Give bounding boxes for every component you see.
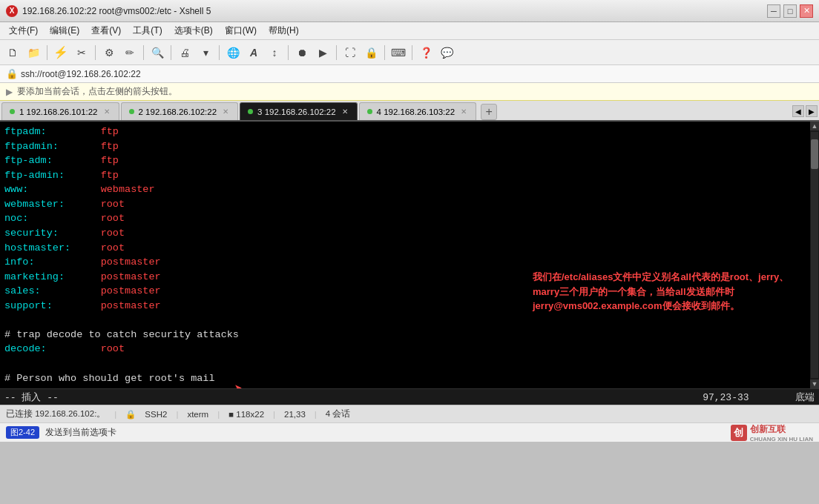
tab-label-3: 3 192.168.26.102:22 <box>257 107 336 116</box>
term-comment2: # Person who should get root's mail <box>4 371 806 386</box>
vim-mode: -- 插入 -- <box>4 391 59 404</box>
tab-3[interactable]: 3 192.168.26.102:22 ✕ <box>240 102 358 120</box>
tab-2[interactable]: 2 192.168.26.102:22 ✕ <box>121 102 239 120</box>
tb-chat[interactable]: 💬 <box>437 43 456 62</box>
tab-dot-3 <box>248 109 253 114</box>
menu-tabs[interactable]: 选项卡(B) <box>168 23 219 39</box>
tb-sep9 <box>412 45 412 60</box>
tb-arrow[interactable]: ↕ <box>265 43 284 62</box>
tb-find[interactable]: 🔍 <box>148 43 167 62</box>
tab-dot-1 <box>10 109 15 114</box>
menu-view[interactable]: 查看(V) <box>85 23 127 39</box>
window-controls: ─ □ ✕ <box>767 4 813 18</box>
scroll-up[interactable]: ▲ <box>810 122 819 130</box>
term-line-security: security: root <box>4 226 806 241</box>
tabs-next[interactable]: ▶ <box>806 105 818 117</box>
maximize-button[interactable]: □ <box>783 4 797 18</box>
menu-help[interactable]: 帮助(H) <box>263 23 305 39</box>
tb-sep6 <box>288 45 289 60</box>
tab-dot-2 <box>129 109 134 114</box>
term-line-ftpadmin: ftpadmin: ftp <box>4 139 806 154</box>
menu-edit[interactable]: 编辑(E) <box>44 23 85 39</box>
term-line-noc: noc: root <box>4 211 806 226</box>
tb-font[interactable]: A <box>244 43 263 62</box>
term-comment3: #root: marc <box>4 385 806 388</box>
arrow-icon: ▶ <box>6 87 13 97</box>
vertical-scrollbar[interactable]: ▲ ▼ <box>810 122 819 388</box>
title-text: 192.168.26.102:22 root@vms002:/etc - Xsh… <box>22 6 767 16</box>
address-bar: 🔒 ssh://root@192.168.26.102:22 <box>0 65 819 83</box>
tb-globe[interactable]: 🌐 <box>223 43 243 62</box>
term-decode: decode: root <box>4 342 806 357</box>
tabs-prev[interactable]: ◀ <box>792 105 804 117</box>
vim-status-bar: -- 插入 -- 97,23-33 底端 <box>0 388 819 405</box>
info-text: 要添加当前会话，点击左侧的箭头按钮。 <box>17 85 177 98</box>
annotation-box: 我们在/etc/aliases文件中定义别名all代表的是root、jerry、… <box>533 270 800 314</box>
sep2: | <box>176 410 178 419</box>
label-bar: 图2-42 发送到当前选项卡 创 创新互联 CHUANG XIN HU LIAN <box>0 422 819 442</box>
tab-close-4[interactable]: ✕ <box>459 107 468 116</box>
tb-sep5 <box>219 45 220 60</box>
tb-connect[interactable]: ⚡ <box>51 43 70 62</box>
label-text: 发送到当前选项卡 <box>45 427 116 438</box>
title-bar: X 192.168.26.102:22 root@vms002:/etc - X… <box>0 0 819 22</box>
terminal-content: ftpadm: ftp ftpadmin: ftp ftp-adm: ftp f… <box>0 122 810 388</box>
brand-logo: 创 创新互联 CHUANG XIN HU LIAN <box>731 423 813 442</box>
tabs-nav: ◀ ▶ <box>792 105 818 120</box>
menu-tools[interactable]: 工具(T) <box>127 23 168 39</box>
terminal[interactable]: ftpadm: ftp ftpadmin: ftp ftp-adm: ftp f… <box>0 122 810 388</box>
tb-play[interactable]: ▶ <box>313 43 332 62</box>
tb-help[interactable]: ❓ <box>416 43 435 62</box>
status-sessions: 4 会话 <box>326 408 351 420</box>
sep3: | <box>217 410 220 419</box>
scroll-down[interactable]: ▼ <box>810 379 819 388</box>
tb-lock[interactable]: 🔒 <box>361 43 381 62</box>
tab-1[interactable]: 1 192.168.26.101:22 ✕ <box>1 102 119 120</box>
tab-label-1: 1 192.168.26.101:22 <box>19 107 98 116</box>
info-bar: ▶ 要添加当前会话，点击左侧的箭头按钮。 <box>0 83 819 101</box>
tabs-bar: 1 192.168.26.101:22 ✕ 2 192.168.26.102:2… <box>0 101 819 122</box>
menu-window[interactable]: 窗口(W) <box>219 23 263 39</box>
tb-key[interactable]: ⌨ <box>389 43 408 62</box>
terminal-area: ftpadm: ftp ftpadmin: ftp ftp-adm: ftp f… <box>0 122 819 388</box>
tb-sep8 <box>384 45 385 60</box>
menu-file[interactable]: 文件(F) <box>3 23 44 39</box>
tab-label-2: 2 192.168.26.102:22 <box>139 107 217 116</box>
term-line-webmaster: webmaster: root <box>4 197 806 212</box>
close-button[interactable]: ✕ <box>800 4 813 18</box>
term-line-ftpadm: ftpadm: ftp <box>4 125 806 139</box>
vim-position: 97,23-33 底端 <box>703 391 815 404</box>
tab-close-2[interactable]: ✕ <box>221 107 230 116</box>
tb-sep7 <box>336 45 337 60</box>
tab-dot-4 <box>367 109 372 114</box>
logo-icon: 创 <box>731 425 747 441</box>
tb-print[interactable]: 🖨 <box>175 43 194 62</box>
tab-4[interactable]: 4 192.168.26.103:22 ✕ <box>359 102 477 120</box>
sep5: | <box>315 410 317 419</box>
logo-text: 创新互联 CHUANG XIN HU LIAN <box>750 423 813 442</box>
tb-disconnect[interactable]: ✂ <box>72 43 91 62</box>
tb-compose[interactable]: ✏ <box>120 43 139 62</box>
annotation-arrow-icon: ➤ <box>234 379 243 388</box>
term-line-hostmaster: hostmaster: root <box>4 241 806 256</box>
tb-fullscreen[interactable]: ⛶ <box>341 43 360 62</box>
term-blank1 <box>4 313 806 328</box>
tb-record[interactable]: ⏺ <box>292 43 312 62</box>
sep1: | <box>114 410 116 419</box>
term-comment1: # trap decode to catch security attacks <box>4 328 806 342</box>
status-lock-icon: 🔒 <box>125 409 136 420</box>
tb-new[interactable]: 🗋 <box>3 43 22 62</box>
status-size: ■ 118x22 <box>228 410 264 419</box>
minimize-button[interactable]: ─ <box>767 4 780 18</box>
term-line-info: info: postmaster <box>4 255 806 270</box>
tb-settings[interactable]: ⚙ <box>99 43 119 62</box>
tb-open[interactable]: 📁 <box>24 43 43 62</box>
term-line-www: www: webmaster <box>4 182 806 197</box>
new-tab-button[interactable]: + <box>481 104 497 120</box>
tb-printopt[interactable]: ▾ <box>196 43 215 62</box>
tab-close-1[interactable]: ✕ <box>102 107 111 116</box>
tab-close-3[interactable]: ✕ <box>341 107 349 116</box>
scroll-thumb[interactable] <box>811 139 818 169</box>
status-connected: 已连接 192.168.26.102:。 <box>6 408 105 420</box>
scroll-track[interactable] <box>811 132 818 378</box>
